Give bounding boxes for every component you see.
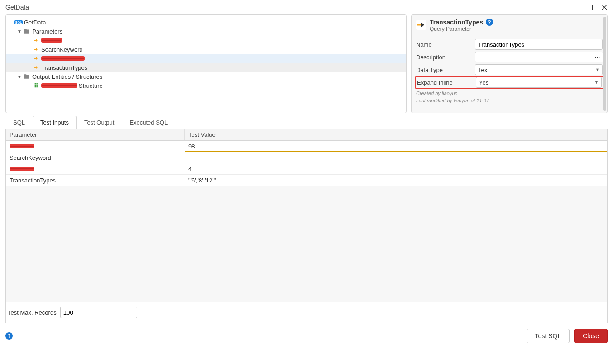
chevron-down-icon[interactable]: ▼: [17, 29, 22, 34]
tree-param-search-keyword[interactable]: SearchKeyword: [6, 45, 406, 54]
tree-param-transaction-types[interactable]: TransactionTypes: [6, 63, 406, 72]
datatype-select[interactable]: Text ▼: [475, 64, 603, 75]
prop-label-datatype: Data Type: [416, 67, 475, 73]
tree-label: Structure: [79, 82, 103, 89]
value-cell[interactable]: [185, 152, 607, 163]
prop-label-name: Name: [416, 41, 475, 48]
redacted-text: [41, 38, 62, 43]
tree-label: Parameters: [32, 28, 62, 35]
expand-inline-select[interactable]: Yes ▼: [476, 77, 602, 88]
description-input[interactable]: [475, 52, 603, 62]
grid-empty-area: [6, 186, 607, 302]
props-title: TransactionTypes: [430, 19, 483, 26]
properties-panel: TransactionTypes ? Query Parameter Name …: [411, 14, 608, 113]
close-button[interactable]: Close: [574, 329, 608, 343]
tree-param-redacted-2[interactable]: [6, 54, 406, 63]
tab-sql[interactable]: SQL: [5, 116, 33, 129]
tabs-bar: SQL Test Inputs Test Output Executed SQL: [5, 116, 608, 129]
datatype-value: Text: [478, 67, 489, 73]
sql-icon: SQL: [15, 19, 22, 26]
table-row[interactable]: SearchKeyword: [6, 152, 607, 163]
folder-icon: [23, 73, 30, 80]
props-subtitle: Query Parameter: [430, 26, 493, 32]
name-input[interactable]: [475, 39, 603, 50]
value-cell[interactable]: "'6','8','12'": [185, 175, 607, 186]
param-cell: SearchKeyword: [6, 154, 185, 161]
tree-output-structure[interactable]: ⠿ Structure: [6, 81, 406, 90]
tab-test-output[interactable]: Test Output: [77, 116, 122, 129]
parameter-icon: [32, 46, 39, 53]
redacted-text: [10, 144, 34, 148]
table-row[interactable]: 98: [6, 141, 607, 152]
param-cell: [6, 144, 185, 148]
test-sql-button[interactable]: Test SQL: [527, 329, 570, 343]
window-title: GetData: [5, 4, 29, 11]
scrollbar[interactable]: [603, 17, 606, 111]
structure-icon: ⠿: [32, 82, 39, 89]
grid-header-value: Test Value: [185, 129, 607, 140]
description-expand-button[interactable]: …: [592, 52, 603, 62]
parameter-icon: [32, 55, 39, 62]
help-icon[interactable]: ?: [5, 332, 13, 340]
test-inputs-grid: Parameter Test Value 98SearchKeyword4Tra…: [5, 129, 608, 323]
folder-icon: [23, 28, 30, 35]
value-cell[interactable]: 98: [185, 141, 607, 152]
tree-output-folder[interactable]: ▼ Output Entities / Structures: [6, 72, 406, 81]
tree-root-label: GetData: [24, 19, 46, 26]
redacted-text: [10, 167, 34, 171]
chevron-down-icon: ▼: [595, 67, 599, 72]
query-tree[interactable]: SQL GetData ▼ Parameters SearchKeyword T…: [5, 14, 407, 113]
tree-parameters-folder[interactable]: ▼ Parameters: [6, 27, 406, 36]
tab-executed-sql[interactable]: Executed SQL: [122, 116, 175, 129]
max-records-label: Test Max. Records: [8, 309, 57, 316]
tree-label: TransactionTypes: [41, 64, 87, 71]
prop-label-description: Description: [416, 54, 475, 61]
redacted-text: [41, 83, 77, 88]
parameter-icon: [32, 64, 39, 71]
chevron-down-icon[interactable]: ▼: [17, 74, 22, 79]
expand-value: Yes: [479, 79, 488, 86]
chevron-down-icon: ▼: [594, 80, 599, 85]
grid-header-parameter: Parameter: [6, 129, 185, 140]
parameter-icon: [416, 20, 426, 31]
maximize-button[interactable]: [587, 4, 593, 10]
info-icon[interactable]: ?: [486, 19, 493, 26]
tree-param-redacted-1[interactable]: [6, 36, 406, 45]
redacted-text: [41, 56, 85, 61]
table-row[interactable]: 4: [6, 163, 607, 175]
modified-by-text: Last modified by liaoyun at 11:07: [412, 97, 607, 107]
parameter-icon: [32, 37, 39, 44]
max-records-input[interactable]: [60, 307, 137, 318]
param-cell: [6, 167, 185, 171]
tree-label: Output Entities / Structures: [32, 73, 102, 80]
param-cell: TransactionTypes: [6, 177, 185, 184]
tab-test-inputs[interactable]: Test Inputs: [33, 116, 77, 129]
tree-label: SearchKeyword: [41, 46, 83, 53]
created-by-text: Created by liaoyun: [412, 90, 607, 97]
prop-label-expand-inline: Expand Inline: [417, 79, 476, 86]
value-cell[interactable]: 4: [185, 163, 607, 174]
tree-root[interactable]: SQL GetData: [6, 18, 406, 27]
table-row[interactable]: TransactionTypes"'6','8','12'": [6, 175, 607, 186]
close-window-button[interactable]: [601, 4, 608, 10]
